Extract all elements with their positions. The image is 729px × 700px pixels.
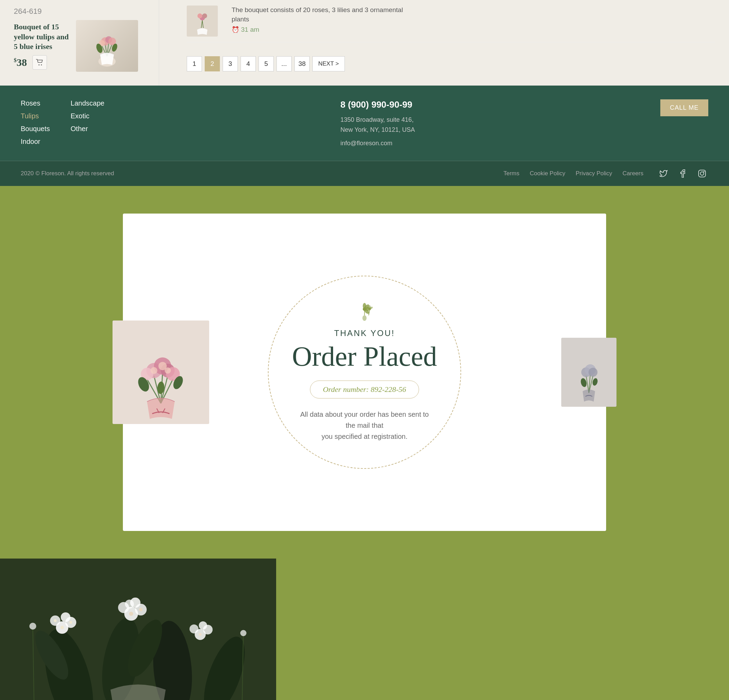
svg-point-85 <box>199 633 202 636</box>
bottom-photo-section: Thank you for watching <box>0 559 729 700</box>
olive-section: THANK YOU! Order Placed Order number: 89… <box>0 186 729 559</box>
thank-you-label: THANK YOU! <box>334 328 395 338</box>
white-flowers-background <box>0 559 276 700</box>
bouquet-left-image <box>113 320 209 424</box>
svg-point-88 <box>29 623 36 630</box>
footer-address: 1350 Broadway, suite 416, New York, NY, … <box>340 115 639 135</box>
footer-link-terms[interactable]: Terms <box>503 170 519 177</box>
page-4-button[interactable]: 4 <box>241 56 256 71</box>
column-divider <box>159 0 159 86</box>
product-price: $38 <box>14 57 27 68</box>
footer-contact: 8 (900) 990-90-99 1350 Broadway, suite 4… <box>340 99 639 147</box>
product-detail-text: The bouquet consists of 20 roses, 3 lili… <box>232 6 404 33</box>
product-card: Bouquet of 15 yellow tulips and 5 blue i… <box>14 20 138 72</box>
product-list-column: 264-619 Bouquet of 15 yellow tulips and … <box>0 0 152 86</box>
svg-point-72 <box>70 621 72 624</box>
svg-point-1 <box>41 64 42 65</box>
svg-point-57 <box>588 368 597 377</box>
svg-rect-19 <box>699 170 706 177</box>
svg-point-89 <box>240 630 247 636</box>
footer-col-2: Landscape Exotic Other <box>71 99 105 146</box>
svg-point-45 <box>363 307 366 311</box>
svg-point-39 <box>362 315 367 321</box>
product-info: Bouquet of 15 yellow tulips and 5 blue i… <box>14 22 69 70</box>
svg-point-15 <box>197 13 202 18</box>
footer-bottom-bar: 2020 © Floreson. All rights reserved Ter… <box>0 161 729 186</box>
page-38-button[interactable]: 38 <box>295 56 309 71</box>
order-card-content: THANK YOU! Order Placed Order number: 89… <box>271 282 458 463</box>
footer-link-bouquets[interactable]: Bouquets <box>21 125 50 133</box>
price-currency: $ <box>14 57 17 63</box>
svg-point-71 <box>60 626 64 629</box>
svg-point-78 <box>125 600 134 609</box>
pagination: 1 2 3 4 5 ... 38 NEXT > <box>187 49 715 78</box>
footer-link-roses[interactable]: Roses <box>21 99 50 107</box>
svg-point-70 <box>61 612 70 622</box>
page-5-button[interactable]: 5 <box>258 56 274 71</box>
product-detail-area: The bouquet consists of 20 roses, 3 lili… <box>166 0 729 86</box>
twitter-icon[interactable] <box>657 167 669 180</box>
svg-point-33 <box>151 367 157 374</box>
product-description: The bouquet consists of 20 roses, 3 lili… <box>232 6 404 24</box>
product-detail-row: The bouquet consists of 20 roses, 3 lili… <box>187 0 715 42</box>
svg-point-79 <box>129 612 133 616</box>
footer-link-exotic[interactable]: Exotic <box>71 112 105 120</box>
bouquet-right-image <box>561 338 616 407</box>
call-me-button[interactable]: CALL ME <box>660 99 708 116</box>
page-2-button[interactable]: 2 <box>205 56 220 71</box>
facebook-icon[interactable] <box>677 167 689 180</box>
svg-point-20 <box>700 172 704 175</box>
footer-email: info@floreson.com <box>340 140 639 147</box>
footer-link-privacy[interactable]: Privacy Policy <box>576 170 612 177</box>
order-card: THANK YOU! Order Placed Order number: 89… <box>123 213 606 531</box>
footer-link-indoor[interactable]: Indoor <box>21 138 50 146</box>
svg-point-84 <box>199 621 207 630</box>
bottom-photo-left <box>0 559 276 700</box>
pagination-area: 1 2 3 4 5 ... 38 NEXT > <box>187 42 715 85</box>
price-value: 38 <box>17 57 27 68</box>
footer-link-other[interactable]: Other <box>71 125 105 133</box>
footer: Roses Tulips Bouquets Indoor Landscape E… <box>0 86 729 161</box>
footer-link-landscape[interactable]: Landscape <box>71 99 105 107</box>
svg-point-35 <box>165 367 171 374</box>
top-section: 264-619 Bouquet of 15 yellow tulips and … <box>0 0 729 86</box>
footer-copyright: 2020 © Floreson. All rights reserved <box>21 170 489 177</box>
footer-phone: 8 (900) 990-90-99 <box>340 99 639 110</box>
bottom-photo-right: Thank you for watching <box>276 559 729 700</box>
svg-point-80 <box>139 608 142 611</box>
footer-bottom-links: Terms Cookie Policy Privacy Policy Caree… <box>503 170 643 177</box>
delivery-time: ⏰ 31 am <box>232 26 404 33</box>
product-title: Bouquet of 15 yellow tulips and 5 blue i… <box>14 22 69 52</box>
page-ellipsis-button: ... <box>276 56 292 71</box>
footer-social-icons <box>657 167 708 180</box>
order-number-badge: Order number: 892-228-56 <box>310 381 419 399</box>
footer-link-tulips[interactable]: Tulips <box>21 112 50 120</box>
footer-call-section: CALL ME <box>660 99 708 116</box>
svg-point-83 <box>189 625 199 633</box>
product-id: 264-619 <box>14 7 138 16</box>
next-page-button[interactable]: NEXT > <box>312 56 345 71</box>
footer-col-1: Roses Tulips Bouquets Indoor <box>21 99 50 146</box>
page-3-button[interactable]: 3 <box>223 56 238 71</box>
svg-point-73 <box>54 619 57 622</box>
order-placed-title: Order Placed <box>292 341 437 372</box>
product-image <box>76 20 138 72</box>
svg-point-21 <box>703 171 704 172</box>
svg-point-0 <box>39 64 40 65</box>
page-1-button[interactable]: 1 <box>187 56 202 71</box>
instagram-icon[interactable] <box>696 167 708 180</box>
footer-nav: Roses Tulips Bouquets Indoor Landscape E… <box>21 99 319 146</box>
order-flower-icon <box>354 303 375 323</box>
add-to-cart-button[interactable] <box>32 55 47 70</box>
detail-thumbnail <box>187 6 218 36</box>
svg-point-16 <box>202 13 207 18</box>
footer-link-cookie[interactable]: Cookie Policy <box>530 170 565 177</box>
footer-link-careers[interactable]: Careers <box>623 170 643 177</box>
order-description: All data about your order has been sent … <box>295 409 434 442</box>
order-number-text: Order number: 892-228-56 <box>323 385 406 394</box>
